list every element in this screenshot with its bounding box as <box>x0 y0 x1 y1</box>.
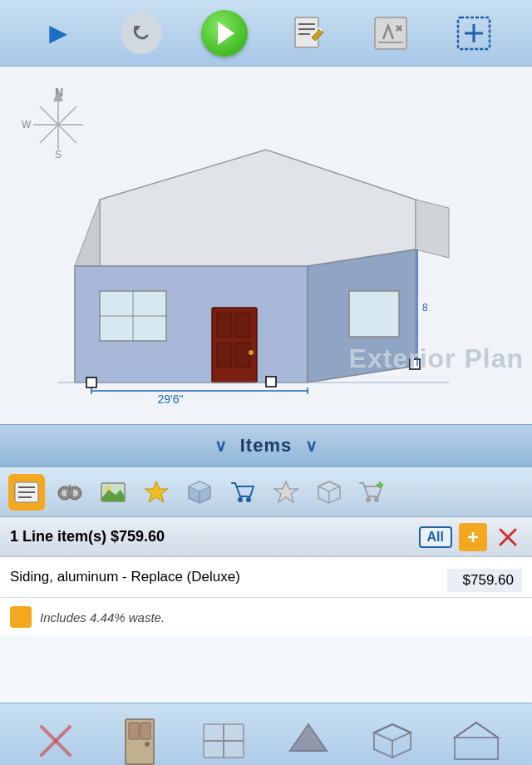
svg-text:W: W <box>22 119 32 131</box>
svg-rect-1 <box>295 17 318 47</box>
svg-point-62 <box>238 497 243 502</box>
delete-item-button[interactable] <box>494 523 522 551</box>
image-icon <box>99 478 127 506</box>
notes-button[interactable] <box>284 10 331 57</box>
plan-view: N W S <box>0 67 532 424</box>
play-icon <box>201 10 248 57</box>
delete-button[interactable] <box>22 712 89 766</box>
add-icon <box>455 14 493 52</box>
svg-marker-90 <box>455 723 498 759</box>
box3d-button[interactable] <box>359 712 426 766</box>
package-icon <box>185 478 214 506</box>
svg-rect-80 <box>129 723 139 739</box>
svg-marker-21 <box>416 200 449 258</box>
svg-text:8: 8 <box>422 302 428 313</box>
svg-point-32 <box>249 350 254 355</box>
add-item-button[interactable] <box>459 523 487 551</box>
svg-marker-86 <box>290 724 327 751</box>
cart-add-button[interactable] <box>354 474 391 511</box>
roof-button[interactable] <box>443 712 510 766</box>
svg-text:29'6": 29'6" <box>157 392 183 406</box>
package-button[interactable] <box>181 474 218 511</box>
roof-icon <box>451 718 501 764</box>
svg-rect-33 <box>349 291 399 337</box>
tools-button[interactable] <box>367 10 414 57</box>
window-icon <box>200 718 247 764</box>
favorites-button[interactable] <box>138 474 175 511</box>
delete-x-icon <box>35 720 76 762</box>
arrow-button[interactable]: ► <box>35 10 81 57</box>
svg-marker-88 <box>374 724 411 741</box>
list-view-button[interactable] <box>8 474 45 511</box>
box-button[interactable] <box>311 474 347 511</box>
svg-marker-57 <box>145 481 168 502</box>
svg-marker-91 <box>455 723 498 738</box>
notes-icon <box>288 14 327 52</box>
svg-point-82 <box>145 742 150 747</box>
svg-rect-40 <box>266 377 276 387</box>
window-button[interactable] <box>190 712 257 766</box>
list-icon <box>13 479 40 506</box>
line-item-row[interactable]: Siding, aluminum - Replace (Deluxe) $759… <box>0 557 532 598</box>
shape-icon <box>285 718 332 764</box>
svg-point-68 <box>366 497 371 502</box>
undo-icon <box>121 12 162 54</box>
line-item-description: Siding, aluminum - Replace (Deluxe) <box>10 569 447 585</box>
svg-point-63 <box>246 497 251 502</box>
box-icon <box>315 478 343 506</box>
svg-marker-64 <box>274 481 298 502</box>
bottom-toolbar <box>0 703 532 765</box>
binoculars-icon <box>56 478 84 506</box>
image-button[interactable] <box>95 474 131 511</box>
line-items-header: 1 Line item(s) $759.60 All <box>0 517 532 557</box>
door-button[interactable] <box>106 712 173 766</box>
box3d-icon <box>369 718 416 764</box>
star-icon <box>142 478 170 506</box>
door-icon <box>119 716 160 766</box>
cart-icon <box>229 478 257 506</box>
svg-rect-52 <box>66 490 73 496</box>
line-items-summary: 1 Line item(s) $759.60 <box>10 528 419 545</box>
shape-button[interactable] <box>275 712 342 766</box>
line-item-price: $759.60 <box>447 569 522 592</box>
play-button[interactable] <box>201 10 248 57</box>
waste-icon <box>10 606 32 628</box>
waste-note: Includes 4.44% waste. <box>0 598 532 636</box>
cart-button[interactable] <box>224 474 261 511</box>
all-button[interactable]: All <box>419 526 452 548</box>
search-button[interactable] <box>52 474 88 511</box>
svg-marker-66 <box>318 481 340 491</box>
svg-point-69 <box>374 497 379 502</box>
plan-label: Exterior Plan <box>349 343 524 374</box>
items-chevron-left[interactable]: ∨ <box>214 436 227 456</box>
items-chevron-right[interactable]: ∨ <box>305 436 318 456</box>
svg-rect-81 <box>140 723 150 739</box>
undo-button[interactable] <box>118 10 165 57</box>
svg-rect-29 <box>235 313 250 338</box>
top-toolbar: ► <box>0 0 532 67</box>
items-bar[interactable]: ∨ Items ∨ <box>0 424 532 467</box>
star-empty-button[interactable] <box>268 474 304 511</box>
cart-add-icon <box>358 478 387 506</box>
waste-text: Includes 4.44% waste. <box>40 610 165 624</box>
svg-rect-31 <box>235 343 250 368</box>
delete-icon <box>497 526 519 548</box>
content-spacer <box>0 636 532 703</box>
add-button[interactable] <box>451 10 497 57</box>
svg-rect-39 <box>86 378 96 387</box>
items-toolbar <box>0 467 532 517</box>
svg-rect-28 <box>217 313 232 338</box>
items-label: Items <box>240 435 292 457</box>
arrow-icon: ► <box>43 16 73 51</box>
tools-icon <box>372 14 410 52</box>
add-item-icon <box>464 528 482 546</box>
svg-rect-30 <box>217 343 232 368</box>
star-empty-icon <box>272 478 300 506</box>
